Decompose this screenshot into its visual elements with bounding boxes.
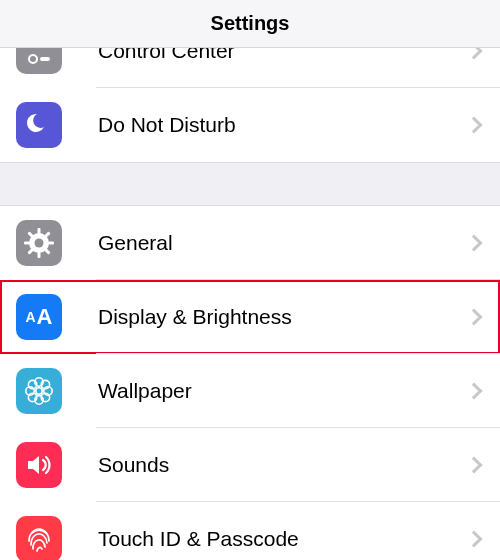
page-title: Settings	[211, 12, 290, 35]
settings-header: Settings	[0, 0, 500, 48]
row-sounds[interactable]: Sounds	[0, 428, 500, 502]
svg-point-3	[29, 55, 37, 63]
settings-group-1: Control Center Do Not Disturb	[0, 48, 500, 162]
row-general[interactable]: General	[0, 206, 500, 280]
fingerprint-icon	[16, 516, 62, 560]
svg-point-13	[35, 239, 44, 248]
control-center-icon	[16, 48, 62, 74]
chevron-right-icon	[466, 457, 483, 474]
row-label: Display & Brightness	[98, 305, 468, 329]
svg-rect-5	[38, 228, 41, 234]
svg-rect-2	[40, 57, 50, 61]
chevron-right-icon	[466, 235, 483, 252]
section-separator	[0, 162, 500, 206]
svg-rect-6	[38, 252, 41, 258]
row-label: Control Center	[98, 48, 468, 63]
chevron-right-icon	[466, 48, 483, 59]
row-label: Touch ID & Passcode	[98, 527, 468, 551]
chevron-right-icon	[466, 383, 483, 400]
svg-point-14	[36, 388, 42, 394]
row-label: General	[98, 231, 468, 255]
row-display-brightness[interactable]: AA Display & Brightness	[0, 280, 500, 354]
speaker-icon	[16, 442, 62, 488]
svg-rect-7	[24, 242, 30, 245]
chevron-right-icon	[466, 531, 483, 548]
row-do-not-disturb[interactable]: Do Not Disturb	[0, 88, 500, 162]
row-label: Wallpaper	[98, 379, 468, 403]
flower-icon	[16, 368, 62, 414]
row-wallpaper[interactable]: Wallpaper	[0, 354, 500, 428]
chevron-right-icon	[466, 117, 483, 134]
svg-rect-8	[48, 242, 54, 245]
moon-icon	[16, 102, 62, 148]
row-control-center[interactable]: Control Center	[0, 48, 500, 88]
gear-icon	[16, 220, 62, 266]
row-label: Do Not Disturb	[98, 113, 468, 137]
text-size-icon: AA	[16, 294, 62, 340]
settings-group-2: General AA Display & Brightness	[0, 206, 500, 560]
row-touch-id-passcode[interactable]: Touch ID & Passcode	[0, 502, 500, 560]
row-label: Sounds	[98, 453, 468, 477]
chevron-right-icon	[466, 309, 483, 326]
